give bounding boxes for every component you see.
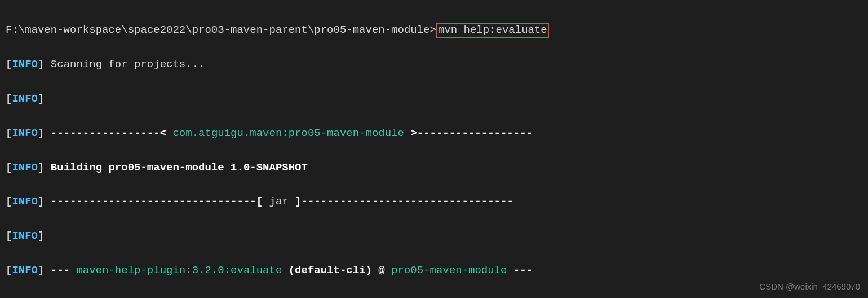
bracket-open: [ <box>6 195 12 208</box>
bracket-close: ] <box>38 127 44 139</box>
command-highlight: mvn help:evaluate <box>436 23 549 38</box>
prompt-path: F:\maven-workspace\space2022\pro03-maven… <box>6 24 436 36</box>
terminal-output: F:\maven-workspace\space2022\pro03-maven… <box>0 0 868 298</box>
artifact-id: com.atguigu.maven:pro05-maven-module <box>172 127 404 139</box>
default-cli: (default-cli) <box>282 264 372 277</box>
bracket-open: [ <box>6 93 12 105</box>
goal-dashes-left: --- <box>44 264 76 277</box>
log-text: Scanning for projects... <box>44 58 205 71</box>
jar-text: jar <box>269 195 289 208</box>
info-tag: INFO <box>12 195 38 208</box>
info-tag: INFO <box>12 127 38 139</box>
module-name: pro05-maven-module <box>391 264 507 277</box>
plugin-name: maven-help-plugin:3.2.0:evaluate <box>76 264 282 277</box>
bracket-close: ] <box>38 195 44 208</box>
bracket-close: ] <box>38 230 44 242</box>
info-tag: INFO <box>12 230 38 242</box>
at-symbol: @ <box>372 264 391 277</box>
command-text: mvn help:evaluate <box>438 24 547 36</box>
info-tag: INFO <box>12 264 38 277</box>
dash-left: -----------------< <box>44 127 172 139</box>
info-tag: INFO <box>12 161 38 174</box>
bracket-open: [ <box>6 127 12 139</box>
bracket-open: [ <box>6 230 12 242</box>
dash-jar-right: ]--------------------------------- <box>289 195 513 208</box>
dash-jar-left: --------------------------------[ <box>44 195 269 208</box>
watermark-text: CSDN @weixin_42469070 <box>759 280 860 293</box>
bracket-close: ] <box>38 161 44 174</box>
dash-right: >------------------ <box>404 127 533 139</box>
bracket-close: ] <box>38 264 44 277</box>
building-text: Building pro05-maven-module 1.0-SNAPSHOT <box>44 161 307 174</box>
bracket-open: [ <box>6 58 12 71</box>
goal-dashes-right: --- <box>507 264 533 277</box>
info-tag: INFO <box>12 58 38 71</box>
info-tag: INFO <box>12 93 38 105</box>
bracket-close: ] <box>38 93 44 105</box>
bracket-close: ] <box>38 58 44 71</box>
bracket-open: [ <box>6 161 12 174</box>
bracket-open: [ <box>6 264 12 277</box>
